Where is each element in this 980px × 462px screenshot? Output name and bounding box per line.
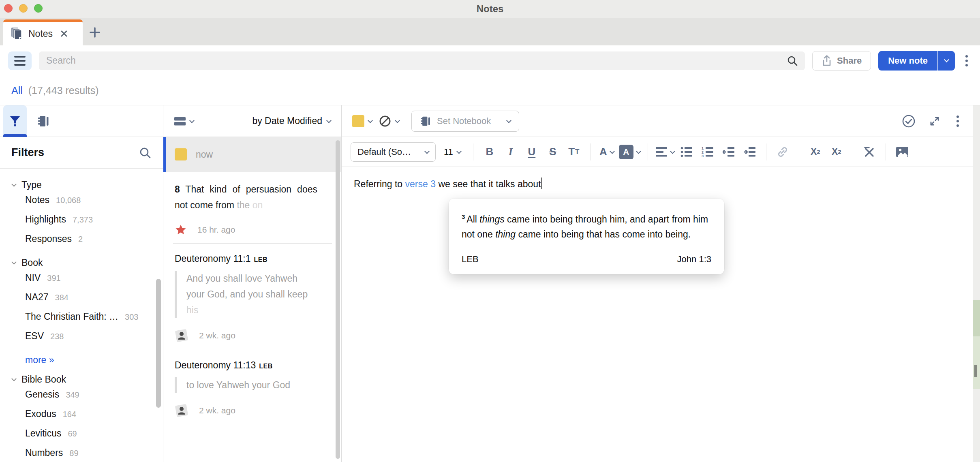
filter-item-niv[interactable]: NIV 391 bbox=[0, 272, 163, 292]
bold-button[interactable]: B bbox=[481, 142, 499, 162]
editor-menu-icon[interactable] bbox=[953, 114, 962, 128]
filter-count: 10,068 bbox=[56, 196, 81, 205]
tab-filters[interactable] bbox=[3, 105, 27, 137]
chevron-down-icon bbox=[326, 118, 332, 123]
date-group-now[interactable]: now bbox=[163, 137, 341, 172]
no-style-icon bbox=[379, 115, 392, 128]
note-color-swatch bbox=[175, 148, 187, 160]
new-note-dropdown-button[interactable] bbox=[938, 51, 955, 71]
note-anchor-quote: to love Yahweh your God bbox=[175, 377, 317, 393]
tab-notes[interactable]: Notes bbox=[3, 19, 83, 45]
note-editor-body[interactable]: Referring to verse 3 we see that it talk… bbox=[342, 167, 973, 462]
expand-icon[interactable] bbox=[928, 115, 941, 128]
sidebar-pane-header bbox=[0, 105, 163, 137]
filter-item-leviticus[interactable]: Leviticus 69 bbox=[0, 428, 163, 447]
favorite-star-icon[interactable] bbox=[175, 224, 187, 236]
filters-search-icon[interactable] bbox=[139, 146, 152, 159]
note-card[interactable]: Deuteronomy 11:1LEB And you shall love Y… bbox=[163, 244, 341, 350]
filter-count: 349 bbox=[66, 390, 79, 400]
notes-list-scrollbar[interactable] bbox=[336, 140, 340, 459]
set-notebook-button[interactable]: Set Notebook bbox=[411, 111, 519, 132]
new-note-button[interactable]: New note bbox=[878, 51, 937, 71]
filter-count: 89 bbox=[69, 449, 78, 458]
filter-item-exodus[interactable]: Exodus 164 bbox=[0, 409, 163, 428]
sort-by-button[interactable]: by Date Modified bbox=[252, 116, 331, 126]
filter-section-type[interactable]: Type bbox=[0, 175, 163, 195]
search-icon[interactable] bbox=[786, 55, 798, 67]
tab-close-icon[interactable] bbox=[60, 30, 68, 38]
clear-formatting-button[interactable] bbox=[860, 142, 878, 162]
notebook-icon bbox=[420, 116, 431, 127]
underline-button[interactable]: U bbox=[523, 142, 541, 162]
bullet-list-button[interactable] bbox=[678, 142, 695, 162]
chevron-down-icon bbox=[368, 118, 373, 123]
verse-text: 3All things came into being through him,… bbox=[462, 209, 711, 242]
set-notebook-label: Set Notebook bbox=[437, 116, 491, 126]
scope-all-link[interactable]: All bbox=[11, 85, 23, 96]
filter-item-na27[interactable]: NA27 384 bbox=[0, 292, 163, 311]
new-note-split-button: New note bbox=[878, 51, 955, 71]
strikethrough-button[interactable]: S bbox=[544, 142, 562, 162]
tab-notebooks[interactable] bbox=[32, 105, 55, 137]
app-window: Notes Notes bbox=[0, 0, 980, 462]
chevron-down-icon bbox=[670, 149, 675, 154]
filter-count: 2 bbox=[78, 235, 83, 244]
edition-abbrev: LEB bbox=[259, 363, 273, 370]
filter-item-notes[interactable]: Notes 10,068 bbox=[0, 195, 163, 214]
filter-funnel-icon bbox=[9, 115, 21, 127]
link-button[interactable] bbox=[774, 142, 792, 162]
notes-list-pane: by Date Modified now 8 That kind of pers… bbox=[163, 105, 342, 462]
sidebar-scrollbar[interactable] bbox=[156, 279, 161, 408]
font-size-select[interactable]: 11 bbox=[439, 142, 466, 162]
chevron-down-icon bbox=[189, 118, 195, 123]
chevron-down-icon bbox=[395, 118, 400, 123]
resolve-check-icon[interactable] bbox=[901, 114, 916, 128]
font-family-select[interactable]: Default (So… bbox=[351, 142, 436, 162]
indent-button[interactable] bbox=[741, 142, 759, 162]
filter-item-highlights[interactable]: Highlights 7,373 bbox=[0, 214, 163, 233]
alignment-button[interactable] bbox=[655, 142, 674, 162]
font-color-button[interactable]: A bbox=[598, 142, 616, 162]
note-text-line[interactable]: Referring to verse 3 we see that it talk… bbox=[354, 178, 961, 190]
filter-item-esv[interactable]: ESV 238 bbox=[0, 331, 163, 350]
note-card[interactable]: Deuteronomy 11:13LEB to love Yahweh your… bbox=[163, 350, 341, 425]
filter-tree: Type Notes 10,068 Highlights 7,373 Respo… bbox=[0, 169, 163, 462]
subscript-button[interactable]: X2 bbox=[807, 142, 824, 162]
more-books-link[interactable]: more » bbox=[0, 350, 163, 370]
text-size-button[interactable]: TT bbox=[565, 142, 583, 162]
note-preview-text: 8 That kind of persuasion does not come … bbox=[175, 182, 317, 213]
note-color-swatch bbox=[352, 115, 364, 127]
view-mode-button[interactable] bbox=[174, 116, 194, 126]
panel-menu-icon[interactable] bbox=[962, 53, 971, 68]
filter-item-genesis[interactable]: Genesis 349 bbox=[0, 389, 163, 409]
italic-button[interactable]: I bbox=[502, 142, 520, 162]
verse-reference-link[interactable]: verse 3 bbox=[405, 179, 436, 189]
note-color-button[interactable] bbox=[352, 115, 372, 127]
filter-item-responses[interactable]: Responses 2 bbox=[0, 233, 163, 253]
filter-section-bible-book[interactable]: Bible Book bbox=[0, 370, 163, 389]
search-field[interactable] bbox=[39, 51, 805, 70]
results-bar: All (17,443 results) bbox=[0, 76, 980, 105]
note-author-icon bbox=[175, 329, 188, 342]
content-area: Filters Type Notes 10,068 bbox=[0, 105, 980, 462]
verse-popup-footer: LEB John 1:3 bbox=[462, 254, 711, 265]
highlight-color-button[interactable]: A bbox=[619, 142, 640, 162]
filter-item-christian-faith[interactable]: The Christian Faith: … 303 bbox=[0, 311, 163, 331]
note-card[interactable]: 8 That kind of persuasion does not come … bbox=[163, 172, 341, 243]
menu-button[interactable] bbox=[8, 51, 32, 70]
numbered-list-button[interactable]: 1 2 3 bbox=[699, 142, 717, 162]
outdent-button[interactable] bbox=[720, 142, 738, 162]
insert-image-button[interactable] bbox=[893, 142, 911, 162]
toolbar-separator bbox=[766, 143, 766, 160]
share-button[interactable]: Share bbox=[812, 51, 871, 71]
search-input[interactable] bbox=[46, 55, 786, 66]
note-timestamp: 2 wk. ago bbox=[199, 406, 235, 415]
superscript-button[interactable]: X2 bbox=[828, 142, 845, 162]
note-style-button[interactable] bbox=[379, 115, 399, 128]
filter-item-numbers[interactable]: Numbers 89 bbox=[0, 447, 163, 462]
filter-section-book[interactable]: Book bbox=[0, 253, 163, 272]
note-card-meta: 2 wk. ago bbox=[175, 329, 329, 342]
edition-abbrev: LEB bbox=[254, 256, 268, 263]
formatting-toolbar: Default (So… 11 B I U S TT A A bbox=[342, 137, 973, 167]
new-tab-button[interactable] bbox=[83, 19, 107, 45]
